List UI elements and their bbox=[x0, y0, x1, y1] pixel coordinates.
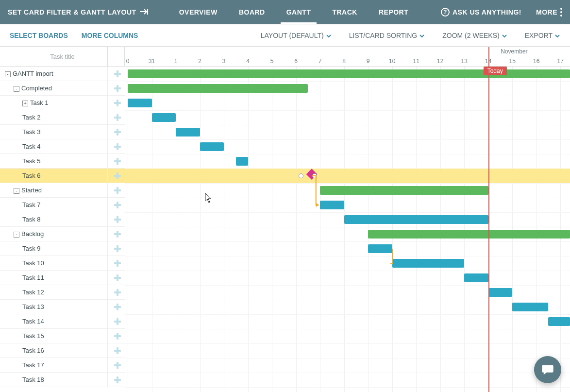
add-task-button[interactable] bbox=[113, 317, 122, 326]
task-row[interactable]: Task 18 bbox=[0, 373, 125, 387]
task-bar[interactable] bbox=[548, 317, 570, 326]
add-task-button[interactable] bbox=[113, 288, 122, 297]
task-row[interactable]: -Completed bbox=[0, 81, 125, 96]
select-boards-button[interactable]: SELECT BOARDS bbox=[10, 32, 68, 39]
add-task-button[interactable] bbox=[113, 157, 122, 166]
task-bar[interactable] bbox=[152, 113, 176, 122]
add-task-button[interactable] bbox=[113, 113, 122, 122]
task-bar[interactable] bbox=[344, 215, 488, 224]
task-row[interactable]: Task 8 bbox=[0, 212, 125, 227]
task-row[interactable]: Task 12 bbox=[0, 285, 125, 300]
task-row[interactable]: Task 14 bbox=[0, 314, 125, 329]
task-label: Task 8 bbox=[22, 216, 41, 223]
task-row[interactable]: Task 17 bbox=[0, 358, 125, 373]
task-row[interactable]: Task 16 bbox=[0, 343, 125, 358]
add-task-button[interactable] bbox=[113, 142, 122, 151]
task-row[interactable]: Task 11 bbox=[0, 271, 125, 285]
task-bar[interactable] bbox=[488, 288, 513, 297]
export-dropdown[interactable]: EXPORT bbox=[525, 32, 560, 39]
collapse-icon[interactable]: - bbox=[14, 188, 19, 194]
task-row[interactable]: Task 5 bbox=[0, 154, 125, 169]
add-task-button[interactable] bbox=[113, 171, 122, 180]
add-task-button[interactable] bbox=[113, 84, 122, 93]
task-bar[interactable] bbox=[176, 128, 200, 136]
task-label: GANTT import bbox=[13, 70, 53, 77]
tab-report[interactable]: REPORT bbox=[378, 8, 409, 16]
add-task-button[interactable] bbox=[113, 69, 122, 78]
dependency-arrow bbox=[390, 247, 400, 271]
task-label: Task 1 bbox=[30, 99, 49, 106]
task-row[interactable]: Task 9 bbox=[0, 241, 125, 256]
group-bar[interactable] bbox=[320, 186, 488, 195]
add-task-button[interactable] bbox=[113, 375, 122, 384]
gantt-container: Task title -GANTT import-Completed+Task … bbox=[0, 47, 570, 392]
add-task-button[interactable] bbox=[113, 201, 122, 209]
collapse-icon[interactable]: - bbox=[5, 71, 11, 77]
add-task-button[interactable] bbox=[113, 332, 122, 341]
chevron-down-icon bbox=[326, 33, 332, 38]
task-row[interactable]: Task 2 bbox=[0, 110, 125, 125]
add-task-button[interactable] bbox=[113, 346, 122, 355]
task-bar[interactable] bbox=[392, 259, 465, 268]
zoom-dropdown[interactable]: ZOOM (2 WEEKS) bbox=[442, 32, 507, 39]
task-list-pane: Task title -GANTT import-Completed+Task … bbox=[0, 47, 125, 392]
day-label: 15 bbox=[509, 58, 516, 65]
add-task-button[interactable] bbox=[113, 230, 122, 239]
timeline-header: November 0311234567891011121314151617 bbox=[125, 47, 570, 67]
layout-dropdown[interactable]: LAYOUT (DEFAULT) bbox=[261, 32, 332, 39]
group-bar[interactable] bbox=[368, 230, 570, 239]
task-row[interactable]: Task 15 bbox=[0, 329, 125, 343]
svg-rect-25 bbox=[114, 233, 121, 235]
task-bar[interactable] bbox=[128, 99, 152, 107]
task-bar[interactable] bbox=[512, 303, 548, 311]
task-bar[interactable] bbox=[464, 273, 488, 282]
task-bar[interactable] bbox=[236, 157, 248, 166]
task-row[interactable]: Task 4 bbox=[0, 139, 125, 154]
task-bar[interactable] bbox=[200, 142, 224, 151]
main-tabs: OVERVIEW BOARD GANTT TRACK REPORT bbox=[178, 8, 410, 16]
expand-icon[interactable]: + bbox=[22, 101, 28, 106]
task-row[interactable]: +Task 1 bbox=[0, 96, 125, 110]
add-task-button[interactable] bbox=[113, 128, 122, 136]
add-task-button[interactable] bbox=[113, 186, 122, 195]
tab-gantt[interactable]: GANTT bbox=[285, 8, 312, 16]
task-label: Task 6 bbox=[22, 172, 41, 179]
add-task-button[interactable] bbox=[113, 244, 122, 253]
task-row[interactable]: -Started bbox=[0, 183, 125, 198]
task-label: Task 5 bbox=[22, 157, 41, 165]
task-label: Task 2 bbox=[22, 114, 41, 121]
add-task-button[interactable] bbox=[113, 361, 122, 370]
tab-board[interactable]: BOARD bbox=[238, 8, 266, 16]
task-row[interactable]: -GANTT import bbox=[0, 67, 125, 81]
ask-us-button[interactable]: ? ASK US ANYTHING! bbox=[441, 8, 521, 17]
add-task-button[interactable] bbox=[113, 99, 122, 107]
collapse-icon[interactable]: - bbox=[14, 232, 19, 238]
group-bar[interactable] bbox=[128, 84, 308, 93]
add-task-button[interactable] bbox=[113, 259, 122, 268]
add-task-button[interactable] bbox=[113, 273, 122, 282]
filter-layout-label: SET CARD FILTER & GANTT LAYOUT bbox=[8, 8, 136, 16]
sorting-dropdown[interactable]: LIST/CARD SORTING bbox=[349, 32, 425, 39]
add-task-button[interactable] bbox=[113, 303, 122, 311]
task-bar[interactable] bbox=[368, 244, 392, 253]
task-row[interactable]: Task 7 bbox=[0, 198, 125, 212]
task-row[interactable]: Task 10 bbox=[0, 256, 125, 271]
add-task-button[interactable] bbox=[113, 215, 122, 224]
chevron-down-icon bbox=[419, 33, 425, 38]
tab-track[interactable]: TRACK bbox=[331, 8, 358, 16]
tab-overview[interactable]: OVERVIEW bbox=[178, 8, 218, 16]
more-menu-button[interactable]: MORE bbox=[536, 8, 562, 17]
task-row[interactable]: Task 3 bbox=[0, 125, 125, 139]
more-columns-button[interactable]: MORE COLUMNS bbox=[82, 32, 138, 39]
task-row[interactable]: Task 6 bbox=[0, 169, 125, 183]
task-row[interactable]: Task 13 bbox=[0, 300, 125, 314]
day-label: 0 bbox=[126, 58, 130, 65]
timeline-pane[interactable]: November 0311234567891011121314151617 To… bbox=[125, 47, 570, 392]
milestone-handle[interactable] bbox=[299, 173, 303, 178]
task-row[interactable]: -Backlog bbox=[0, 227, 125, 241]
task-label: Task 9 bbox=[22, 245, 41, 252]
chat-fab-button[interactable] bbox=[534, 356, 561, 383]
task-title-column-label: Task title bbox=[50, 53, 75, 60]
collapse-icon[interactable]: - bbox=[14, 86, 19, 92]
filter-layout-button[interactable]: SET CARD FILTER & GANTT LAYOUT bbox=[8, 8, 149, 17]
